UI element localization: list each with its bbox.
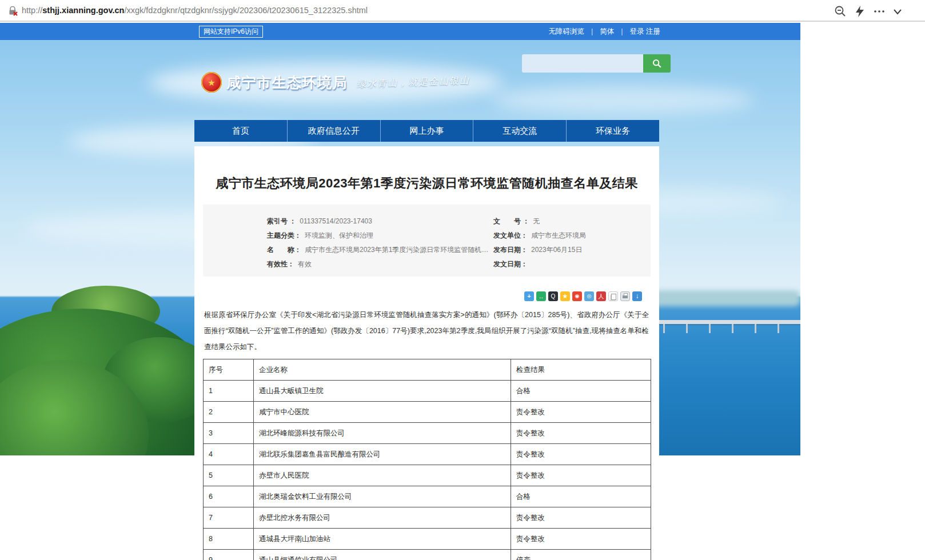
nav-online-services[interactable]: 网上办事 bbox=[380, 120, 473, 142]
emblem-star-icon: ★ bbox=[208, 78, 215, 87]
article-body: 根据原省环保厅办公室《关于印发<湖北省污染源日常环境监管随机抽查落实方案>的通知… bbox=[204, 307, 649, 355]
meta-row-topic: 主题分类： 环境监测、保护和治理 bbox=[267, 231, 493, 240]
cell-result: 责令整改 bbox=[511, 423, 651, 444]
ipv6-badge: 网站支持IPv6访问 bbox=[199, 26, 263, 38]
nav-interaction[interactable]: 互动交流 bbox=[473, 120, 566, 142]
search-input[interactable] bbox=[522, 54, 643, 73]
lightning-icon[interactable] bbox=[853, 5, 867, 18]
col-header-no: 序号 bbox=[204, 359, 254, 381]
document-meta: 索引号 ： 011337514/2023-17403 主题分类： 环境监测、保护… bbox=[203, 205, 651, 277]
main-column: 首页 政府信息公开 网上办事 互动交流 环保业务 咸宁市生态环境局2023年第1… bbox=[194, 120, 659, 560]
cell-no: 4 bbox=[204, 444, 254, 465]
cell-result: 责令整改 bbox=[511, 402, 651, 423]
table-row: 9 通山县恒通竹业有限公司 停产 bbox=[204, 550, 651, 560]
cell-name: 湖北奥瑞金饮料工业有限公司 bbox=[254, 486, 511, 507]
site-search bbox=[522, 54, 671, 73]
qq-share-icon[interactable]: Q bbox=[548, 291, 558, 301]
cell-no: 9 bbox=[204, 550, 254, 560]
meta-row-validity: 有效性： 有效 bbox=[267, 259, 493, 269]
more-menu-icon[interactable] bbox=[872, 5, 886, 18]
chevron-down-icon[interactable] bbox=[891, 5, 904, 18]
cell-result: 责令整改 bbox=[511, 529, 651, 550]
cell-result: 责令整改 bbox=[511, 444, 651, 465]
login-register-link[interactable]: 登录 注册 bbox=[630, 27, 660, 37]
table-row: 8 通城县大坪南山加油站 责令整改 bbox=[204, 529, 651, 550]
insecure-lock-icon bbox=[7, 5, 18, 17]
cell-no: 1 bbox=[204, 381, 254, 402]
bridge-pier bbox=[709, 324, 711, 333]
far-shore bbox=[646, 290, 800, 306]
inspection-result-table: 序号 企业名称 检查结果 1 通山县大畈镇卫生院 合格 2 咸宁市中心医院 责令… bbox=[203, 359, 651, 560]
cell-name: 湖北联乐集团嘉鱼县富民酿造有限公司 bbox=[254, 444, 511, 465]
address-bar[interactable]: http://sthjj.xianning.gov.cn/xxgk/fdzdgk… bbox=[22, 6, 368, 15]
renren-share-icon[interactable]: 人 bbox=[596, 291, 606, 301]
site-slogan: 绿水青山，就是金山银山 bbox=[357, 74, 471, 90]
table-row: 1 通山县大畈镇卫生院 合格 bbox=[204, 381, 651, 402]
search-button[interactable] bbox=[643, 54, 671, 73]
meta-row-index-no: 索引号 ： 011337514/2023-17403 bbox=[267, 217, 493, 226]
search-icon bbox=[652, 58, 662, 69]
browser-chrome: http://sthjj.xianning.gov.cn/xxgk/fdzdgk… bbox=[0, 0, 925, 22]
site-name: 咸宁市生态环境局 bbox=[226, 73, 348, 92]
share-more-icon[interactable]: + bbox=[524, 291, 534, 301]
sina-weibo-share-icon[interactable]: ◉ bbox=[572, 291, 582, 301]
site-logo[interactable]: ★ bbox=[201, 72, 222, 93]
bridge-pier bbox=[663, 324, 665, 333]
zoom-out-icon[interactable] bbox=[834, 5, 847, 18]
article-title: 咸宁市生态环境局2023年第1季度污染源日常环境监管随机抽查名单及结果 bbox=[194, 146, 659, 192]
meta-row-publish-date: 发布日期： 2023年06月15日 bbox=[493, 245, 651, 254]
nav-env-business[interactable]: 环保业务 bbox=[566, 120, 659, 142]
cell-result: 责令整改 bbox=[511, 465, 651, 486]
cell-name: 赤壁市人民医院 bbox=[254, 465, 511, 486]
link-separator: | bbox=[621, 27, 623, 35]
col-header-name: 企业名称 bbox=[254, 359, 511, 381]
nav-gov-info[interactable]: 政府信息公开 bbox=[287, 120, 380, 142]
url-scheme: http:// bbox=[22, 6, 42, 15]
cell-no: 6 bbox=[204, 486, 254, 507]
col-header-result: 检查结果 bbox=[511, 359, 651, 381]
table-row: 3 湖北环峰能源科技有限公司 责令整改 bbox=[204, 423, 651, 444]
print-icon[interactable] bbox=[620, 291, 630, 301]
cell-name: 通山县大畈镇卫生院 bbox=[254, 381, 511, 402]
table-row: 6 湖北奥瑞金饮料工业有限公司 合格 bbox=[204, 486, 651, 507]
bridge-pier bbox=[686, 324, 688, 333]
qzone-share-icon[interactable]: ★ bbox=[560, 291, 570, 301]
bridge-pier bbox=[732, 324, 733, 333]
meta-row-name: 名 称： 咸宁市生态环境局2023年第1季度污染源日常环境监管随机抽查名单及结果 bbox=[267, 245, 493, 254]
nav-home[interactable]: 首页 bbox=[194, 120, 287, 142]
cell-no: 7 bbox=[204, 507, 254, 529]
table-row: 4 湖北联乐集团嘉鱼县富民酿造有限公司 责令整改 bbox=[204, 444, 651, 465]
wechat-share-icon[interactable]: ‥ bbox=[536, 291, 546, 301]
accessibility-link[interactable]: 无障碍浏览 bbox=[549, 27, 585, 37]
url-domain: sthjj.xianning.gov.cn bbox=[42, 6, 124, 15]
cell-name: 赤壁北控水务有限公司 bbox=[254, 507, 511, 529]
meta-row-doc-no: 文 号 ： 无 bbox=[493, 217, 651, 226]
bridge bbox=[651, 320, 800, 324]
cell-no: 2 bbox=[204, 402, 254, 423]
article-panel: 咸宁市生态环境局2023年第1季度污染源日常环境监管随机抽查名单及结果 索引号 … bbox=[194, 146, 659, 560]
table-row: 2 咸宁市中心医院 责令整改 bbox=[204, 402, 651, 423]
cell-result: 合格 bbox=[511, 381, 651, 402]
table-header-row: 序号 企业名称 检查结果 bbox=[204, 359, 651, 381]
cell-no: 8 bbox=[204, 529, 254, 550]
cell-result: 合格 bbox=[511, 486, 651, 507]
tencent-weibo-share-icon[interactable]: ◎ bbox=[584, 291, 594, 301]
table-row: 7 赤壁北控水务有限公司 责令整改 bbox=[204, 507, 651, 529]
cell-name: 湖北环峰能源科技有限公司 bbox=[254, 423, 511, 444]
site-header: ★ 咸宁市生态环境局 绿水青山，就是金山银山 bbox=[201, 72, 470, 93]
bridge-pier bbox=[778, 324, 779, 333]
cell-no: 3 bbox=[204, 423, 254, 444]
link-separator: | bbox=[591, 27, 593, 35]
main-nav: 首页 政府信息公开 网上办事 互动交流 环保业务 bbox=[194, 120, 659, 142]
meta-row-issuing-unit: 发文单位： 咸宁市生态环境局 bbox=[493, 231, 651, 240]
cell-name: 通城县大坪南山加油站 bbox=[254, 529, 511, 550]
bridge-pier bbox=[755, 324, 756, 333]
cell-name: 通山县恒通竹业有限公司 bbox=[254, 550, 511, 560]
share-toolbar: + ‥ Q ★ ◉ ◎ 人 ↓ bbox=[194, 291, 642, 301]
cell-result: 责令整改 bbox=[511, 507, 651, 529]
url-path: /xxgk/fdzdgknr/qtzdgknr/ssjygk/202306/t2… bbox=[124, 6, 368, 15]
download-icon[interactable]: ↓ bbox=[632, 291, 642, 301]
cell-no: 5 bbox=[204, 465, 254, 486]
simplified-chinese-link[interactable]: 简体 bbox=[600, 27, 614, 37]
copy-url-icon[interactable] bbox=[608, 291, 618, 301]
